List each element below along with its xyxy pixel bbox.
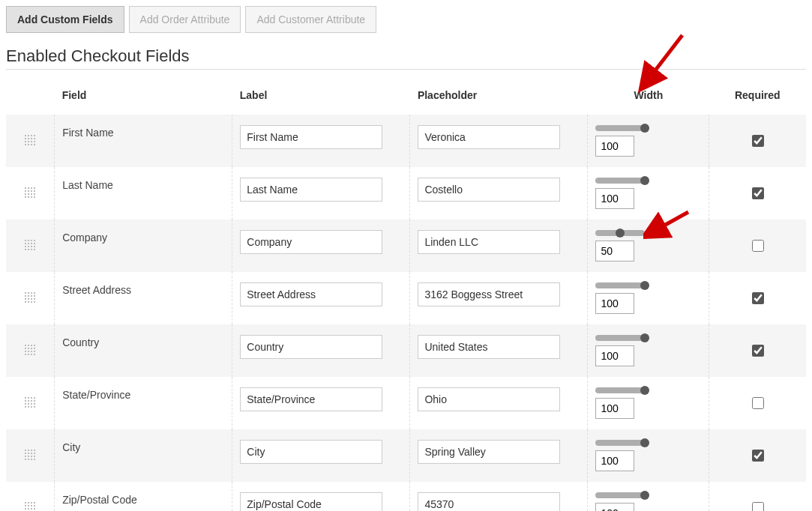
required-checkbox[interactable]	[752, 450, 764, 462]
svg-rect-0	[25, 135, 26, 136]
drag-handle[interactable]	[6, 167, 55, 220]
label-input[interactable]	[240, 387, 382, 411]
placeholder-input[interactable]	[418, 230, 560, 254]
svg-rect-102	[31, 453, 32, 454]
add-order-attribute-button[interactable]: Add Order Attribute	[129, 6, 241, 33]
svg-rect-122	[31, 508, 32, 510]
svg-rect-29	[28, 196, 29, 198]
slider-thumb[interactable]	[640, 333, 649, 342]
drag-handle[interactable]	[6, 220, 55, 272]
col-required: Required	[709, 70, 806, 115]
placeholder-input[interactable]	[418, 387, 560, 411]
field-name: Zip/Postal Code	[55, 482, 232, 511]
slider-thumb[interactable]	[640, 124, 649, 133]
label-input[interactable]	[240, 282, 382, 306]
svg-rect-88	[25, 403, 26, 405]
label-input[interactable]	[240, 230, 382, 254]
width-slider[interactable]	[595, 440, 645, 446]
slider-thumb[interactable]	[640, 281, 649, 290]
svg-rect-20	[25, 190, 26, 192]
label-input[interactable]	[240, 440, 382, 464]
svg-rect-90	[31, 403, 32, 405]
svg-rect-18	[31, 187, 32, 189]
svg-rect-96	[25, 450, 26, 451]
svg-rect-89	[28, 403, 29, 405]
width-slider[interactable]	[595, 492, 645, 498]
svg-rect-106	[31, 456, 32, 457]
svg-rect-15	[34, 144, 35, 145]
svg-rect-43	[34, 246, 35, 247]
col-label: Label	[232, 70, 410, 115]
placeholder-input[interactable]	[418, 125, 560, 149]
required-checkbox[interactable]	[752, 502, 764, 511]
drag-handle[interactable]	[6, 115, 55, 167]
width-slider[interactable]	[595, 125, 645, 131]
width-slider[interactable]	[595, 387, 645, 393]
label-input[interactable]	[240, 178, 382, 202]
slider-thumb[interactable]	[616, 229, 625, 238]
required-checkbox[interactable]	[752, 135, 764, 147]
width-slider[interactable]	[595, 282, 645, 288]
field-name: First Name	[55, 115, 232, 167]
svg-rect-109	[28, 459, 29, 460]
slider-thumb[interactable]	[640, 386, 649, 395]
svg-rect-54	[31, 295, 32, 297]
svg-rect-112	[25, 502, 26, 504]
svg-rect-66	[31, 345, 32, 346]
svg-rect-45	[28, 249, 29, 250]
svg-rect-13	[28, 144, 29, 145]
placeholder-input[interactable]	[418, 440, 560, 464]
required-checkbox[interactable]	[752, 187, 764, 199]
svg-rect-60	[25, 301, 26, 303]
svg-rect-23	[34, 190, 35, 192]
required-checkbox[interactable]	[752, 397, 764, 409]
placeholder-input[interactable]	[418, 492, 560, 511]
drag-handle[interactable]	[6, 324, 55, 377]
svg-rect-55	[34, 295, 35, 297]
placeholder-input[interactable]	[418, 335, 560, 359]
svg-rect-34	[31, 240, 32, 241]
width-input[interactable]	[595, 345, 634, 366]
required-checkbox[interactable]	[752, 240, 764, 252]
drag-handle[interactable]	[6, 482, 55, 511]
svg-rect-39	[34, 243, 35, 244]
label-input[interactable]	[240, 492, 382, 511]
width-input[interactable]	[595, 450, 634, 471]
width-input[interactable]	[595, 503, 634, 511]
placeholder-input[interactable]	[418, 282, 560, 306]
svg-rect-99	[34, 450, 35, 451]
width-slider[interactable]	[595, 335, 645, 341]
width-input[interactable]	[595, 398, 634, 419]
label-input[interactable]	[240, 125, 382, 149]
required-checkbox[interactable]	[752, 292, 764, 304]
add-customer-attribute-button[interactable]: Add Customer Attribute	[245, 6, 376, 33]
svg-rect-25	[28, 193, 29, 195]
width-input[interactable]	[595, 188, 634, 209]
drag-handle[interactable]	[6, 429, 55, 482]
svg-rect-72	[25, 351, 26, 352]
drag-handle[interactable]	[6, 377, 55, 429]
width-slider[interactable]	[595, 230, 645, 236]
svg-rect-42	[31, 246, 32, 247]
svg-rect-110	[31, 459, 32, 460]
slider-thumb[interactable]	[640, 438, 649, 447]
add-custom-fields-button[interactable]: Add Custom Fields	[6, 6, 124, 33]
drag-handle[interactable]	[6, 272, 55, 324]
section-title: Enabled Checkout Fields	[6, 46, 806, 66]
width-input[interactable]	[595, 241, 634, 261]
width-input[interactable]	[595, 293, 634, 314]
svg-rect-87	[34, 400, 35, 402]
slider-thumb[interactable]	[640, 491, 649, 500]
svg-rect-123	[34, 508, 35, 510]
svg-rect-36	[25, 243, 26, 244]
placeholder-input[interactable]	[418, 178, 560, 202]
svg-rect-120	[25, 508, 26, 510]
required-checkbox[interactable]	[752, 345, 764, 357]
svg-rect-98	[31, 450, 32, 451]
svg-rect-57	[28, 298, 29, 300]
slider-thumb[interactable]	[640, 176, 649, 185]
label-input[interactable]	[240, 335, 382, 359]
width-input[interactable]	[595, 136, 634, 157]
width-slider[interactable]	[595, 178, 645, 184]
svg-rect-86	[31, 400, 32, 402]
